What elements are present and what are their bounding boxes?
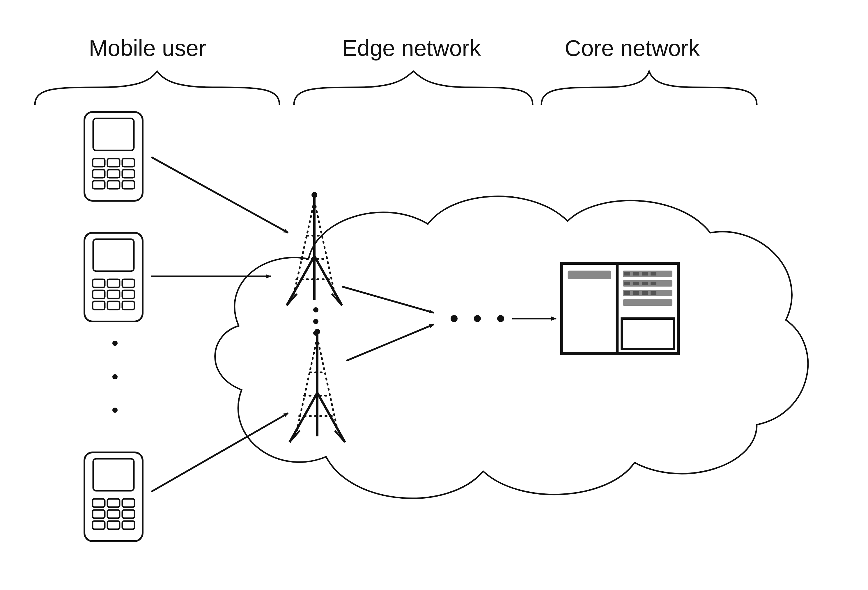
svg-point-46 xyxy=(313,319,319,324)
svg-point-47 xyxy=(313,331,319,336)
phones-ellipsis xyxy=(112,341,118,413)
bracket-mobile-user xyxy=(35,71,279,105)
svg-point-43 xyxy=(112,374,118,380)
svg-point-48 xyxy=(450,315,458,322)
cloud-icon xyxy=(215,196,808,498)
svg-point-50 xyxy=(497,315,504,322)
diagram-canvas: Mobile user Edge network Core network Mo… xyxy=(0,0,868,590)
phone-1 xyxy=(84,112,143,201)
diagram-svg xyxy=(0,0,868,590)
bracket-core-network xyxy=(542,71,757,105)
towers-ellipsis xyxy=(313,307,319,336)
svg-point-49 xyxy=(474,315,481,322)
phone-3 xyxy=(84,452,143,541)
svg-point-44 xyxy=(112,408,118,413)
bracket-edge-network xyxy=(294,71,533,105)
phone-2 xyxy=(84,233,143,321)
arrow-phone1-tower xyxy=(151,157,288,233)
svg-point-45 xyxy=(313,307,319,312)
server-rack xyxy=(562,263,678,353)
svg-point-42 xyxy=(112,341,118,346)
